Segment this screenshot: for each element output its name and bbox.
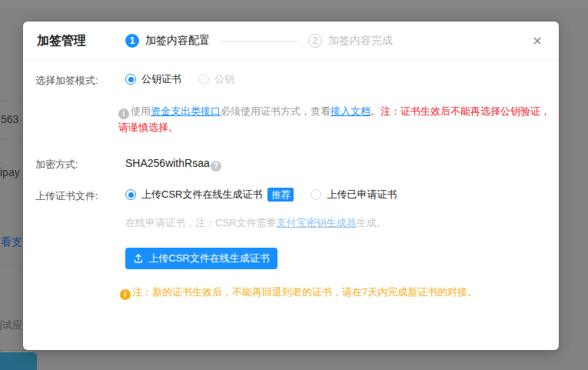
warning-info-icon: i: [120, 289, 131, 300]
recommended-badge: 推荐: [267, 188, 294, 202]
encrypt-row-label: 加密方式:: [35, 158, 78, 172]
radio-public-key-cert-label[interactable]: 公钥证书: [141, 72, 181, 86]
note-pre: 使用: [131, 105, 151, 117]
step-1-label: 加签内容配置: [145, 34, 210, 48]
note-mid: 必须使用证书方式，查看: [221, 105, 331, 117]
key-generator-link[interactable]: 支付宝密钥生成器: [276, 217, 356, 228]
hint-post: 生成。: [356, 217, 386, 228]
cert-mode-note: i使用资金支出类接口必须使用证书方式，查看接入文档。注：证书生效后不能再选择公钥…: [118, 103, 558, 135]
radio-csr-online[interactable]: [125, 189, 136, 200]
radio-public-key-cert[interactable]: [125, 74, 136, 85]
radio-uploaded-cert-label[interactable]: 上传已申请证书: [327, 188, 397, 202]
step-2-circle: 2: [308, 34, 322, 48]
step-1-circle: 1: [125, 34, 139, 48]
radio-public-key[interactable]: [198, 74, 209, 85]
close-icon[interactable]: ✕: [530, 22, 545, 60]
radio-public-key-label[interactable]: 公钥: [214, 72, 234, 86]
upload-row-label: 上传证书文件:: [35, 189, 98, 203]
mode-radio-group: 公钥证书 公钥: [125, 72, 234, 86]
csr-hint: 在线申请证书，注：CSR文件需要支付宝密钥生成器生成。: [125, 216, 386, 230]
warning-text: 注：新的证书生效后，不能再回退到老的证书，请在7天内完成新证书的对接。: [132, 286, 477, 298]
docs-link[interactable]: 接入文档: [331, 105, 370, 117]
signature-management-dialog: 加签管理 1 加签内容配置 2 加签内容完成 ✕ 选择加签模式: 公钥证书 公钥…: [23, 22, 559, 350]
fund-api-link[interactable]: 资金支出类接口: [151, 105, 221, 117]
upload-icon: [133, 253, 144, 264]
step-2-label: 加签内容完成: [328, 34, 393, 48]
radio-uploaded-cert[interactable]: [311, 189, 321, 200]
upload-radio-group: 上传CSR文件在线生成证书 推荐 上传已申请证书: [125, 188, 397, 202]
mode-row-label: 选择加签模式:: [35, 74, 98, 88]
step-connector: [221, 41, 297, 42]
dialog-title: 加签管理: [37, 22, 86, 60]
upload-csr-button[interactable]: 上传CSR文件在线生成证书: [125, 248, 277, 269]
radio-csr-online-label[interactable]: 上传CSR文件在线生成证书: [141, 188, 262, 202]
upload-csr-button-label: 上传CSR文件在线生成证书: [148, 252, 269, 265]
encrypt-row-value: SHA256withRsaa?: [125, 157, 221, 172]
dialog-header: 加签管理 1 加签内容配置 2 加签内容完成 ✕: [23, 22, 559, 60]
question-icon[interactable]: ?: [211, 161, 221, 172]
info-icon: i: [118, 108, 129, 119]
cert-switch-warning: i注：新的证书生效后，不能再回退到老的证书，请在7天内完成新证书的对接。: [120, 285, 477, 300]
encrypt-algorithm-value: SHA256withRsaa: [125, 157, 210, 169]
hint-pre: 在线申请证书，注：CSR文件需要: [125, 217, 276, 228]
steps-indicator: 1 加签内容配置 2 加签内容完成: [125, 22, 393, 60]
